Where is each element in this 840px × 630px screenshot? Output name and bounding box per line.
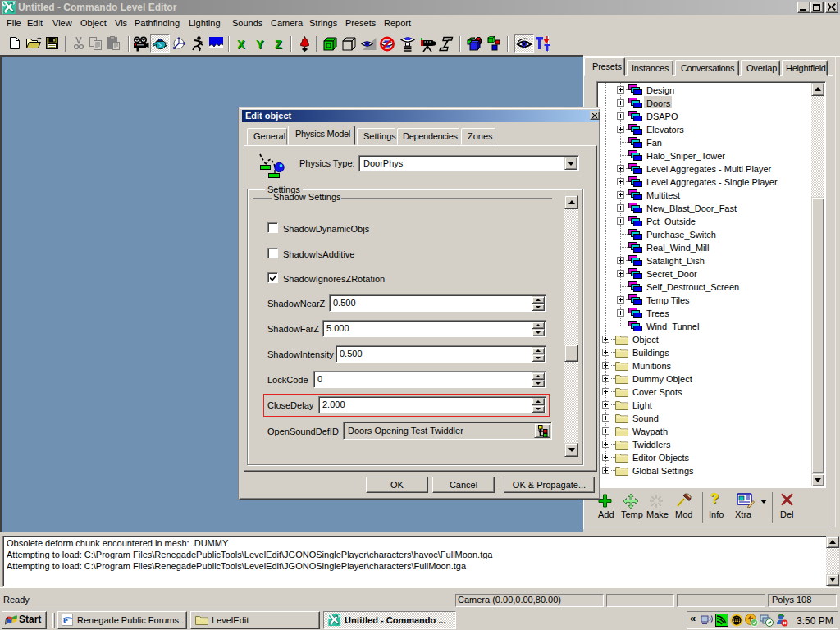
svg-text:e: e — [63, 614, 68, 626]
